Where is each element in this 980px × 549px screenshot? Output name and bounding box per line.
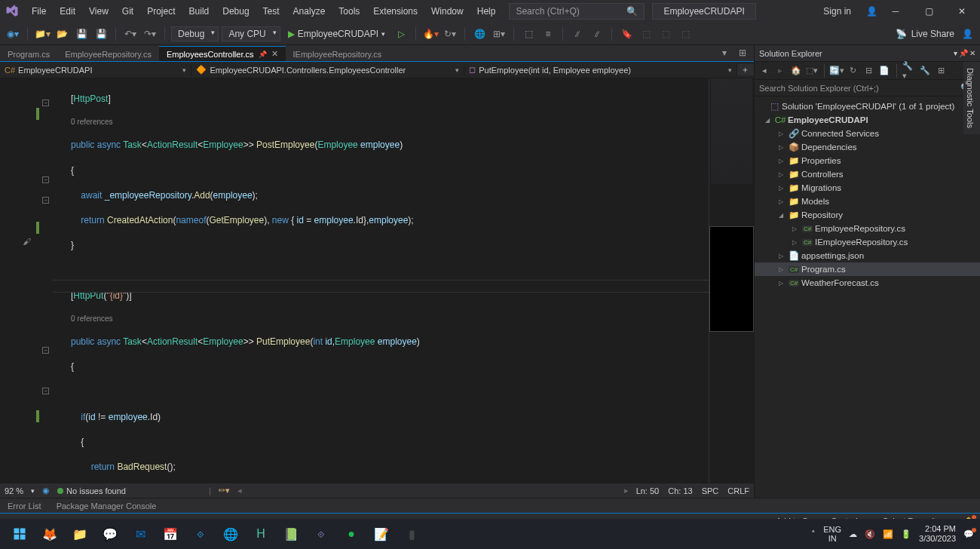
- notepad-icon[interactable]: 📝: [368, 522, 395, 546]
- bookmark-button[interactable]: 🔖: [618, 26, 635, 42]
- wifi-icon[interactable]: 📶: [883, 529, 893, 539]
- tb-nav2[interactable]: ⬚: [657, 26, 674, 42]
- maximize-button[interactable]: ▢: [914, 1, 944, 22]
- vscode-icon[interactable]: ⟐: [187, 522, 214, 546]
- tree-migrations[interactable]: ▷📁Migrations: [755, 181, 980, 195]
- se-properties-button[interactable]: 🔧▾: [902, 64, 916, 78]
- se-sync-button[interactable]: 🔄▾: [830, 64, 844, 78]
- line-ending-mode[interactable]: CRLF: [727, 486, 749, 495]
- tree-controllers[interactable]: ▷📁Controllers: [755, 167, 980, 181]
- menu-project[interactable]: Project: [141, 3, 181, 20]
- tab-program[interactable]: Program.cs: [0, 48, 57, 61]
- tab-iemployee-repository[interactable]: IEmployeeRepository.cs: [286, 48, 390, 61]
- code-content[interactable]: [HttpPost] 0 references public async Tas…: [53, 78, 709, 483]
- comment-button[interactable]: ⫽: [569, 26, 586, 42]
- volume-icon[interactable]: 🔇: [865, 529, 875, 539]
- nav-class-dropdown[interactable]: 🔶EmployeeCRUDAPI.Controllers.EmployeesCo…: [191, 63, 464, 76]
- quick-actions-icon[interactable]: 🖌: [23, 237, 31, 246]
- tree-properties[interactable]: ▷📁Properties: [755, 154, 980, 167]
- tray-expand-icon[interactable]: ˄: [811, 529, 816, 539]
- tree-appsettings[interactable]: ▷📄appsettings.json: [755, 249, 980, 262]
- tb-misc2[interactable]: ⬚: [520, 26, 537, 42]
- tree-repository[interactable]: ◢📁Repository: [755, 208, 980, 222]
- account-icon[interactable]: 👤: [866, 6, 877, 17]
- start-debugging-button[interactable]: ▶ EmployeeCRUDAPI ▾: [283, 27, 390, 41]
- fold-icon[interactable]: −: [42, 197, 49, 204]
- terminal-icon[interactable]: ▮: [398, 522, 425, 546]
- minimize-button[interactable]: ─: [880, 1, 911, 22]
- fold-icon[interactable]: −: [42, 176, 49, 183]
- tree-iemployee-repository-cs[interactable]: ▷C#IEmployeeRepository.cs: [755, 235, 980, 249]
- platform-dropdown[interactable]: Any CPU: [222, 26, 280, 41]
- indent-mode[interactable]: SPC: [702, 486, 719, 495]
- fold-icon[interactable]: −: [42, 347, 49, 354]
- save-button[interactable]: 💾: [73, 26, 90, 42]
- battery-icon[interactable]: 🔋: [901, 529, 911, 539]
- visual-studio-icon[interactable]: ⟐: [308, 522, 335, 546]
- tab-error-list[interactable]: Error List: [0, 500, 49, 512]
- menu-edit[interactable]: Edit: [54, 3, 81, 20]
- tree-employee-repository-cs[interactable]: ▷C#EmployeeRepository.cs: [755, 222, 980, 235]
- fold-icon[interactable]: −: [42, 100, 49, 106]
- scroll-right-button[interactable]: ▸: [624, 486, 629, 495]
- tree-weatherforecast-cs[interactable]: ▷C#WeatherForecast.cs: [755, 276, 980, 290]
- file-explorer-icon[interactable]: 📁: [66, 522, 93, 546]
- refresh-button[interactable]: ↻▾: [442, 26, 458, 42]
- tab-employees-controller[interactable]: EmployeesController.cs📌✕: [159, 46, 286, 61]
- se-preview-button[interactable]: 🔧: [918, 64, 932, 78]
- close-button[interactable]: ✕: [947, 1, 977, 22]
- start-without-debug-button[interactable]: ▷: [393, 26, 409, 42]
- se-refresh-button[interactable]: ↻: [846, 64, 859, 78]
- se-back-button[interactable]: ◂: [758, 64, 771, 78]
- language-indicator-2[interactable]: IN: [823, 534, 841, 543]
- se-home-button[interactable]: 🏠: [789, 64, 803, 78]
- se-switch-view-button[interactable]: ⬚▾: [805, 64, 819, 78]
- feedback-button[interactable]: 👤: [959, 26, 975, 42]
- menu-extensions[interactable]: Extensions: [367, 3, 424, 20]
- back-button[interactable]: ◉▾: [5, 26, 21, 42]
- app-x-icon[interactable]: 📗: [277, 522, 305, 546]
- mail-icon[interactable]: ✉: [127, 522, 154, 546]
- menu-file[interactable]: File: [26, 3, 52, 20]
- se-close-button[interactable]: ✕: [969, 49, 975, 57]
- tree-connected-services[interactable]: ▷🔗Connected Services: [755, 127, 980, 140]
- skype-icon[interactable]: 💬: [96, 522, 124, 546]
- redo-button[interactable]: ↷▾: [142, 26, 158, 42]
- pencil-icon[interactable]: ✏▾: [219, 486, 230, 495]
- search-input[interactable]: Search (Ctrl+Q) 🔍: [509, 3, 645, 20]
- tree-solution[interactable]: ⬚Solution 'EmployeeCRUDAPI' (1 of 1 proj…: [755, 100, 980, 113]
- code-editor[interactable]: − − − − − 🖌 [HttpPost] 0 references publ…: [0, 78, 754, 483]
- tree-dependencies[interactable]: ▷📦Dependencies: [755, 140, 980, 154]
- nav-method-dropdown[interactable]: ◻PutEmployee(int id, Employee employee): [464, 63, 737, 76]
- save-all-button[interactable]: 💾: [93, 26, 109, 42]
- tree-program-cs[interactable]: ▷C#Program.cs: [755, 262, 980, 276]
- menu-help[interactable]: Help: [471, 3, 502, 20]
- tb-nav1[interactable]: ⬚: [638, 26, 654, 42]
- chrome-icon[interactable]: 🌐: [217, 522, 244, 546]
- sign-in-button[interactable]: Sign in: [817, 3, 857, 20]
- onedrive-icon[interactable]: ☁: [849, 529, 857, 539]
- se-show-all-button[interactable]: 📄: [877, 64, 891, 78]
- calendar-icon[interactable]: 📅: [157, 522, 184, 546]
- tb-nav3[interactable]: ⬚: [677, 26, 694, 42]
- tree-models[interactable]: ▷📁Models: [755, 195, 980, 208]
- language-indicator-1[interactable]: ENG: [823, 525, 841, 534]
- close-tab-icon[interactable]: ✕: [271, 49, 278, 59]
- menu-analyze[interactable]: Analyze: [287, 3, 332, 20]
- code-minimap[interactable]: [709, 78, 754, 483]
- menu-tools[interactable]: Tools: [332, 3, 366, 20]
- menu-view[interactable]: View: [83, 3, 115, 20]
- tab-dropdown-button[interactable]: ▾: [716, 45, 733, 61]
- nav-add-button[interactable]: ＋: [737, 64, 754, 75]
- nav-project-dropdown[interactable]: C#EmployeeCRUDAPI: [0, 64, 191, 76]
- scroll-left-button[interactable]: ◂: [237, 486, 242, 495]
- menu-window[interactable]: Window: [425, 3, 470, 20]
- new-project-button[interactable]: 📁▾: [34, 26, 51, 42]
- clock[interactable]: 2:04 PM 3/30/2023: [919, 524, 956, 544]
- browser-link-button[interactable]: 🌐: [471, 26, 488, 42]
- fold-icon[interactable]: −: [42, 388, 49, 394]
- tray-notifications-icon[interactable]: 💬: [963, 529, 974, 539]
- undo-button[interactable]: ↶▾: [122, 26, 139, 42]
- tree-project[interactable]: ◢C#EmployeeCRUDAPI: [755, 113, 980, 127]
- configuration-dropdown[interactable]: Debug: [171, 26, 219, 41]
